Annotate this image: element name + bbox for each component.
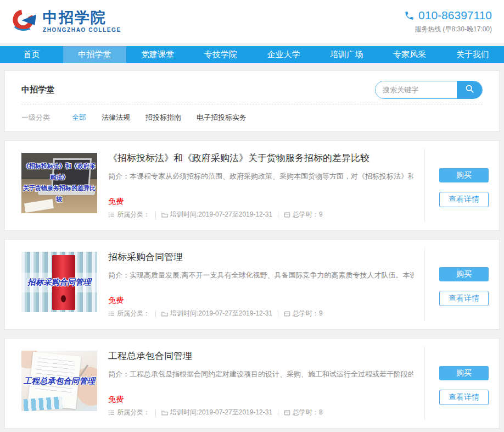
meta-time-label: 培训时间:2019-07-27至2019-12-31 xyxy=(170,309,272,318)
folder-icon xyxy=(161,409,168,416)
course-actions: 购买 查看详情 xyxy=(439,168,489,207)
course-intro: 简介：本课程专家从必须招标的范围、政府采购政策、采购本国货物等方面，对《招标投标… xyxy=(108,171,413,181)
caption-line: 招标采购合同管理 xyxy=(27,277,91,287)
service-hotline: 服务热线 (早8:30-晚17:00) xyxy=(404,25,492,34)
thumbnail-caption: 《招标投标法》和《政府采购法》 关于货物服务招标的差异比较 xyxy=(21,153,97,213)
search-input[interactable] xyxy=(376,81,457,98)
course-price: 免费 xyxy=(108,197,124,207)
meta-time-label: 培训时间:2019-07-27至2019-12-31 xyxy=(170,210,272,219)
logo-text: 中招学院 ZHONGZHAO COLLEGE xyxy=(43,10,121,33)
filter-all[interactable]: 全部 xyxy=(72,113,86,123)
folder-icon xyxy=(161,212,168,218)
clock-icon xyxy=(284,311,290,317)
filter-ebidding-practice[interactable]: 电子招投标实务 xyxy=(197,113,247,123)
course-intro: 简介：工程总承包是指根据合同约定对建设项目的设计、采购、施工和试运行全过程或若干… xyxy=(108,369,413,379)
header-contact: 010-86397110 服务热线 (早8:30-晚17:00) xyxy=(404,9,492,34)
meta-category-label: 所属分类： xyxy=(117,210,150,219)
course-thumbnail[interactable]: 《招标投标法》和《政府采购法》 关于货物服务招标的差异比较 xyxy=(21,153,97,213)
filter-laws[interactable]: 法律法规 xyxy=(102,113,130,123)
meta-separator xyxy=(278,311,278,317)
course-thumbnail[interactable]: 招标采购合同管理 xyxy=(21,252,97,312)
meta-hours: 总学时：8 xyxy=(284,408,323,417)
meta-separator xyxy=(278,409,278,416)
course-price: 免费 xyxy=(108,296,124,306)
filter-label: 一级分类 xyxy=(21,113,50,123)
nav-item-training-plaza[interactable]: 培训广场 xyxy=(315,46,378,63)
caption-line: 《招标投标法》和《政府采购法》 xyxy=(21,161,97,183)
search-button[interactable] xyxy=(457,81,482,98)
meta-hours: 总学时：9 xyxy=(284,309,323,318)
phone-row: 010-86397110 xyxy=(404,9,492,22)
course-title[interactable]: 工程总承包合同管理 xyxy=(108,350,192,362)
nav-item-experts[interactable]: 专家风采 xyxy=(378,46,441,63)
search-icon xyxy=(465,84,474,95)
logo-title: 中招学院 xyxy=(43,10,121,25)
view-detail-button[interactable]: 查看详情 xyxy=(439,291,489,306)
thumbnail-caption: 工程总承包合同管理 xyxy=(21,351,97,411)
course-card: 《招标投标法》和《政府采购法》 关于货物服务招标的差异比较 《招标投标法》和《政… xyxy=(4,140,500,231)
caption-line: 工程总承包合同管理 xyxy=(24,376,96,386)
thumbnail-caption: 招标采购合同管理 xyxy=(21,252,97,312)
course-card: 招标采购合同管理 招标采购合同管理 简介：实现高质量发展,离不开一支具有全球化视… xyxy=(4,239,500,330)
course-meta: 所属分类： 培训时间:2019-07-27至2019-12-31 总学时 xyxy=(108,210,323,219)
folder-icon xyxy=(161,311,168,317)
view-detail-button[interactable]: 查看详情 xyxy=(439,192,489,207)
meta-separator xyxy=(155,311,156,317)
list-icon xyxy=(108,311,115,317)
category-filter-row: 一级分类 全部 法律法规 招投标指南 电子招投标实务 xyxy=(21,104,483,123)
filter-bidding-guide[interactable]: 招投标指南 xyxy=(145,113,181,123)
caption-line: 关于货物服务招标的差异比较 xyxy=(21,183,97,205)
course-thumbnail[interactable]: 工程总承包合同管理 xyxy=(21,351,97,411)
meta-separator xyxy=(278,212,278,218)
meta-hours-label: 总学时：8 xyxy=(293,408,323,417)
course-intro: 简介：实现高质量发展,离不开一支具有全球化视野、具备国际竞争力的高素质专技人才队… xyxy=(108,270,413,280)
list-icon xyxy=(108,409,115,416)
clock-icon xyxy=(284,212,290,218)
meta-separator xyxy=(155,409,156,416)
main-nav: 首页 中招学堂 党建课堂 专技学院 企业大学 培训广场 专家风采 关于我们 xyxy=(0,46,504,63)
nav-item-zhongzhao-school[interactable]: 中招学堂 xyxy=(63,46,126,63)
card-divider xyxy=(424,247,425,322)
buy-button[interactable]: 购买 xyxy=(439,366,489,380)
course-actions: 购买 查看详情 xyxy=(439,267,489,306)
search-filter-panel: 中招学堂 一级分类 全部 法律法规 招投标指南 电子招投标实务 xyxy=(4,70,500,132)
view-detail-button[interactable]: 查看详情 xyxy=(439,390,489,405)
meta-separator xyxy=(155,212,156,218)
nav-item-enterprise-univ[interactable]: 企业大学 xyxy=(252,46,315,63)
meta-hours: 总学时：9 xyxy=(284,210,323,219)
nav-item-tech-college[interactable]: 专技学院 xyxy=(189,46,252,63)
course-title[interactable]: 《招标投标法》和《政府采购法》关于货物服务招标的差异比较 xyxy=(108,152,369,164)
course-actions: 购买 查看详情 xyxy=(439,366,489,405)
meta-time: 培训时间:2019-07-27至2019-12-31 xyxy=(161,309,272,318)
meta-time-label: 培训时间:2019-07-27至2019-12-31 xyxy=(170,408,272,417)
course-title[interactable]: 招标采购合同管理 xyxy=(108,251,183,263)
meta-time: 培训时间:2019-07-27至2019-12-31 xyxy=(161,210,272,219)
course-meta: 所属分类： 培训时间:2019-07-27至2019-12-31 总学时 xyxy=(108,408,323,417)
meta-category: 所属分类： xyxy=(108,408,150,417)
course-card: 工程总承包合同管理 工程总承包合同管理 简介：工程总承包是指根据合同约定对建设项… xyxy=(4,338,500,429)
nav-item-about[interactable]: 关于我们 xyxy=(441,46,504,63)
search-box xyxy=(375,81,483,99)
card-divider xyxy=(424,148,425,223)
buy-button[interactable]: 购买 xyxy=(439,168,489,182)
course-meta: 所属分类： 培训时间:2019-07-27至2019-12-31 总学时 xyxy=(108,309,323,318)
meta-category: 所属分类： xyxy=(108,309,150,318)
meta-category-label: 所属分类： xyxy=(117,408,150,417)
nav-item-home[interactable]: 首页 xyxy=(0,46,63,63)
phone-icon xyxy=(404,10,415,21)
phone-number[interactable]: 010-86397110 xyxy=(418,9,492,22)
meta-category-label: 所属分类： xyxy=(117,309,150,318)
card-divider xyxy=(424,346,425,420)
logo-g-icon xyxy=(12,8,37,35)
site-logo[interactable]: 中招学院 ZHONGZHAO COLLEGE xyxy=(12,8,121,35)
meta-hours-label: 总学时：9 xyxy=(293,210,323,219)
meta-category: 所属分类： xyxy=(108,210,150,219)
nav-item-party-class[interactable]: 党建课堂 xyxy=(126,46,189,63)
course-price: 免费 xyxy=(108,395,124,405)
meta-hours-label: 总学时：9 xyxy=(293,309,323,318)
logo-subtitle: ZHONGZHAO COLLEGE xyxy=(43,27,121,33)
main-content: 中招学堂 一级分类 全部 法律法规 招投标指南 电子招投标实务 xyxy=(0,63,504,429)
buy-button[interactable]: 购买 xyxy=(439,267,489,281)
list-icon xyxy=(108,212,115,218)
meta-time: 培训时间:2019-07-27至2019-12-31 xyxy=(161,408,272,417)
